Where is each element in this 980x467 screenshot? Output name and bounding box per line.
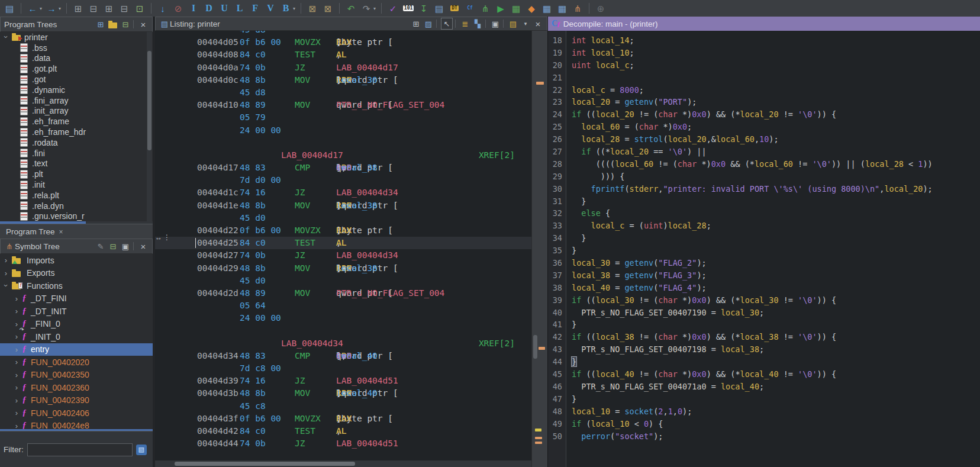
- sidebar-item-fun_00402360[interactable]: ›ƒFUN_00402360: [0, 381, 153, 394]
- tree-item[interactable]: .bss: [0, 43, 153, 53]
- code-line[interactable]: 29 ))) {: [548, 170, 980, 183]
- listing-row[interactable]: 24 00 00: [155, 124, 531, 137]
- tree-item[interactable]: .gnu.version_r: [0, 211, 153, 221]
- sidebar-item-fun_004024e8[interactable]: ›ƒFUN_004024e8: [0, 420, 153, 430]
- close-icon[interactable]: ×: [138, 241, 149, 252]
- tree-item[interactable]: .rela.plt: [0, 190, 153, 201]
- world-icon[interactable]: ⊕: [595, 2, 607, 14]
- tree-item[interactable]: .text: [0, 159, 153, 169]
- listing-row[interactable]: [155, 325, 531, 337]
- chevron-icon[interactable]: ›: [2, 282, 11, 289]
- code-line[interactable]: 38local_40 = getenv("FLAG_4");: [548, 282, 980, 294]
- code-line[interactable]: 22local_c = 8000;: [548, 84, 980, 96]
- letter-U-icon[interactable]: U: [218, 2, 230, 14]
- chevron-icon[interactable]: ›: [13, 358, 20, 366]
- tree-item[interactable]: .rodata: [0, 137, 153, 148]
- code-line[interactable]: 18int local_14;: [548, 34, 980, 47]
- code-line[interactable]: 36local_30 = getenv("FLAG_2");: [548, 257, 980, 269]
- sidebar-item-fun_00402350[interactable]: ›ƒFUN_00402350: [0, 369, 153, 382]
- disk-doc-icon[interactable]: ⊡: [134, 2, 146, 14]
- listing-row[interactable]: 05 79: [155, 111, 531, 124]
- tree-item[interactable]: .eh_frame_hdr: [0, 127, 153, 137]
- sidebar-item-exports[interactable]: ›Exports: [0, 267, 153, 280]
- letter-F-icon[interactable]: F: [249, 2, 261, 14]
- listing-row[interactable]: 00404d1048 89MOVqword ptr [PTR_s_NO_FLAG…: [155, 99, 531, 111]
- code-line[interactable]: 42if ((local_38 != (char *)0x0) && (*loc…: [548, 331, 980, 343]
- listing-row[interactable]: 45 d0: [155, 275, 531, 287]
- tab-program-tree[interactable]: Program Tree: [6, 227, 55, 236]
- sidebar-item-fun_00402390[interactable]: ›ƒFUN_00402390: [0, 394, 153, 407]
- tree-item[interactable]: .eh_frame: [0, 116, 153, 127]
- splitter-handle[interactable]: ↔⋮: [155, 233, 170, 242]
- listing-row[interactable]: 00404d2d48 89MOVqword ptr [PTR_s_NO_FLAG…: [155, 287, 531, 299]
- create-tree-icon[interactable]: ⊞: [95, 19, 106, 30]
- goto-external-icon[interactable]: ⊟: [108, 241, 118, 252]
- patch-forward-icon[interactable]: ⊠: [322, 2, 334, 14]
- code-line[interactable]: 44}: [548, 356, 980, 368]
- listing-row[interactable]: 00404d4284 c0TESTAL,AL: [155, 425, 531, 437]
- code-line[interactable]: 33 local_c = (uint)local_28;: [548, 220, 980, 232]
- code-line[interactable]: 45if ((local_40 != (char *)0x0) && (*loc…: [548, 368, 980, 381]
- chevron-icon[interactable]: ›: [13, 421, 20, 429]
- table-export-icon[interactable]: ▦: [556, 2, 568, 14]
- document-icon-3[interactable]: ⊞: [103, 2, 115, 14]
- tree-item[interactable]: ›printer: [0, 32, 153, 43]
- tree-item[interactable]: .dynamic: [0, 85, 153, 95]
- clear-icon[interactable]: ⊘: [172, 2, 184, 14]
- program-tree-vscrollbar[interactable]: [147, 32, 152, 221]
- listing-row[interactable]: 00404d2774 0bJZLAB_00404d34: [155, 249, 531, 262]
- listing-row[interactable]: 45 c8: [155, 400, 531, 413]
- listing-row[interactable]: 00404d050f b6 00MOVZXEAX,byte ptr [RAX]: [155, 36, 531, 49]
- document-icon-4[interactable]: ⊟: [118, 2, 130, 14]
- listing-row[interactable]: 00404d3f0f b6 00MOVZXEAX,byte ptr [RAX]: [155, 413, 531, 425]
- margin-display-icon[interactable]: ≣: [460, 18, 470, 29]
- tree-item[interactable]: .fini: [0, 148, 153, 159]
- chevron-icon[interactable]: ›: [2, 269, 9, 278]
- listing-row[interactable]: 00404d0884 c0TESTAL,AL: [155, 49, 531, 61]
- listing-row[interactable]: 7d d0 00: [155, 174, 531, 186]
- listing-row[interactable]: 45 d0: [155, 212, 531, 224]
- forward-icon[interactable]: →: [46, 2, 57, 14]
- sidebar-item-fun_00402406[interactable]: ›ƒFUN_00402406: [0, 407, 153, 420]
- listing-row[interactable]: 00404d2584 c0TESTAL,AL: [155, 237, 531, 249]
- snapshot-icon[interactable]: ▣: [120, 241, 131, 252]
- listing-row[interactable]: 00404d3974 16JZLAB_00404d51: [155, 375, 531, 387]
- tree-item[interactable]: .init_array: [0, 106, 153, 117]
- diff-view-icon[interactable]: ▚: [472, 18, 483, 29]
- listing-row[interactable]: 00404d0a74 0bJZLAB_00404d17: [155, 62, 531, 74]
- edit-fields-icon[interactable]: ▤: [508, 18, 518, 29]
- chevron-icon[interactable]: ›: [13, 408, 20, 417]
- listing-row[interactable]: 45 d8: [155, 31, 531, 36]
- dropdown-caret-icon[interactable]: ▾: [40, 6, 42, 11]
- memory-map-icon[interactable]: ▦: [510, 2, 522, 14]
- data-type-manager-icon[interactable]: DT: [449, 2, 460, 14]
- code-line[interactable]: 34 }: [548, 232, 980, 244]
- listing-row[interactable]: 00404d3b48 8bMOVRAX,qword ptr [RBP + loc…: [155, 387, 531, 400]
- code-line[interactable]: 19int local_10;: [548, 47, 980, 59]
- filter-input[interactable]: [27, 443, 133, 456]
- document-icon-2[interactable]: ⊟: [88, 2, 99, 14]
- code-line[interactable]: 32 else {: [548, 207, 980, 220]
- chevron-icon[interactable]: ›: [13, 371, 20, 379]
- document-icon-1[interactable]: ⊞: [72, 2, 84, 14]
- listing-row[interactable]: 45 d8: [155, 86, 531, 99]
- listing-row[interactable]: 24 00 00: [155, 312, 531, 324]
- code-line[interactable]: 48local_10 = socket(2,1,0);: [548, 405, 980, 418]
- edit-fields-caret-icon[interactable]: ▾: [520, 18, 531, 29]
- patch-back-icon[interactable]: ⊠: [307, 2, 318, 14]
- code-line[interactable]: 21: [548, 72, 980, 84]
- letter-L-icon[interactable]: L: [234, 2, 246, 14]
- redo-icon[interactable]: ↷: [360, 2, 372, 14]
- table-icon[interactable]: ▦: [541, 2, 553, 14]
- code-line[interactable]: 20uint local_c;: [548, 59, 980, 72]
- tree-item[interactable]: .fini_array: [0, 95, 153, 106]
- code-line[interactable]: 43 PTR_s_NO_FLAG_SET_00407198 = local_38…: [548, 343, 980, 356]
- code-line[interactable]: 50 perror("socket");: [548, 430, 980, 443]
- sidebar-item-entry[interactable]: ›ƒentry: [0, 343, 153, 356]
- dropdown-caret-icon[interactable]: ▾: [373, 6, 376, 11]
- chevron-icon[interactable]: ›: [13, 383, 20, 392]
- letter-I-icon[interactable]: I: [188, 2, 199, 14]
- letter-B-icon[interactable]: B: [280, 2, 292, 14]
- listing-vscroll-thumb[interactable]: [533, 335, 537, 359]
- listing-row[interactable]: 00404d3448 83CMPqword ptr [RBP + local_4…: [155, 350, 531, 362]
